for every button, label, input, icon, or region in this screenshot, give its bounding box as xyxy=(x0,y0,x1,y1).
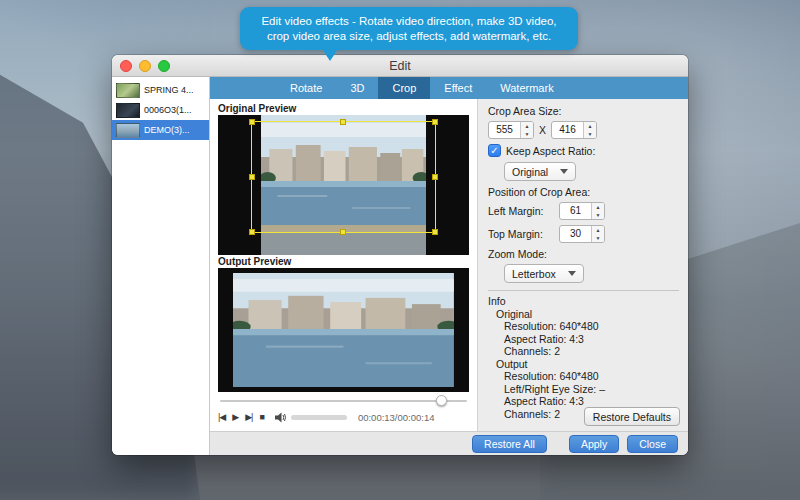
crop-settings-panel: Crop Area Size: 555 X 416 xyxy=(478,99,688,431)
keep-aspect-checkbox[interactable] xyxy=(488,144,501,157)
edit-tab-bar: Rotate 3D Crop Effect Watermark xyxy=(210,77,688,99)
video-list-item[interactable]: SPRING 4... xyxy=(112,80,209,100)
crop-width-value: 555 xyxy=(489,122,520,138)
original-preview-label: Original Preview xyxy=(218,102,469,115)
crop-handle[interactable] xyxy=(340,119,346,125)
tab-crop[interactable]: Crop xyxy=(378,77,430,99)
video-thumbnail xyxy=(116,123,140,138)
skip-forward-button[interactable]: ▶| xyxy=(245,412,252,422)
info-row: Aspect Ratio: 4:3 xyxy=(488,333,679,346)
apply-button[interactable]: Apply xyxy=(569,435,619,453)
tooltip-text: Edit video effects - Rotate video direct… xyxy=(261,15,556,42)
info-original-title: Original xyxy=(488,308,679,321)
volume-slider[interactable] xyxy=(291,415,347,420)
info-output-title: Output xyxy=(488,358,679,371)
info-row: Resolution: 640*480 xyxy=(488,320,679,333)
section-divider xyxy=(488,290,679,291)
top-margin-label: Top Margin: xyxy=(488,228,554,240)
crop-handle[interactable] xyxy=(340,229,346,235)
output-video-frame xyxy=(233,273,454,387)
restore-all-button[interactable]: Restore All xyxy=(472,435,547,453)
seek-bar[interactable] xyxy=(218,394,469,407)
crop-height-value: 416 xyxy=(552,122,583,138)
edit-window: Edit SPRING 4... 0006O3(1... DEMO(3)... … xyxy=(112,55,688,455)
info-original-rows: Resolution: 640*480 Aspect Ratio: 4:3 Ch… xyxy=(488,320,679,358)
restore-defaults-button[interactable]: Restore Defaults xyxy=(584,407,680,426)
crop-area-rectangle[interactable] xyxy=(251,121,437,233)
video-item-label: DEMO(3)... xyxy=(144,125,190,135)
crop-handle[interactable] xyxy=(432,229,438,235)
preview-column: Original Preview xyxy=(210,99,478,431)
chevron-down-icon xyxy=(568,271,576,276)
tab-watermark[interactable]: Watermark xyxy=(486,77,567,99)
tooltip-arrow xyxy=(322,49,338,61)
volume-icon[interactable] xyxy=(275,412,287,423)
info-row: Resolution: 640*480 xyxy=(488,370,679,383)
minimize-window-button[interactable] xyxy=(139,60,151,72)
top-margin-value: 30 xyxy=(560,226,591,242)
zoom-mode-value: Letterbox xyxy=(512,268,556,280)
zoom-window-button[interactable] xyxy=(158,60,170,72)
crop-area-size-label: Crop Area Size: xyxy=(488,105,679,117)
keep-aspect-label: Keep Aspect Ratio: xyxy=(506,145,595,157)
video-list-sidebar: SPRING 4... 0006O3(1... DEMO(3)... xyxy=(112,77,210,455)
stepper-arrows-icon[interactable] xyxy=(583,122,596,138)
left-margin-label: Left Margin: xyxy=(488,205,554,217)
video-list-item[interactable]: 0006O3(1... xyxy=(112,100,209,120)
output-preview-frame xyxy=(218,268,469,392)
crop-handle[interactable] xyxy=(432,119,438,125)
crop-handle[interactable] xyxy=(249,229,255,235)
video-item-label: SPRING 4... xyxy=(144,85,194,95)
original-preview-frame xyxy=(218,115,469,255)
info-row: Channels: 2 xyxy=(488,345,679,358)
stepper-arrows-icon[interactable] xyxy=(520,122,533,138)
footer-bar: Restore All Apply Close xyxy=(210,431,688,455)
tab-rotate[interactable]: Rotate xyxy=(276,77,336,99)
time-display: 00:00:13/00:00:14 xyxy=(358,412,435,423)
crop-width-stepper[interactable]: 555 xyxy=(488,121,534,139)
stepper-arrows-icon[interactable] xyxy=(591,226,604,242)
chevron-down-icon xyxy=(560,169,568,174)
video-thumbnail xyxy=(116,103,140,118)
tab-3d[interactable]: 3D xyxy=(336,77,378,99)
window-title: Edit xyxy=(389,59,411,73)
close-button[interactable]: Close xyxy=(627,435,678,453)
output-preview-label: Output Preview xyxy=(218,255,469,268)
left-margin-value: 61 xyxy=(560,203,591,219)
seek-track[interactable] xyxy=(220,400,467,402)
crop-handle[interactable] xyxy=(249,119,255,125)
skip-back-button[interactable]: |◀ xyxy=(218,412,225,422)
top-margin-stepper[interactable]: 30 xyxy=(559,225,605,243)
crop-height-stepper[interactable]: 416 xyxy=(551,121,597,139)
seek-handle[interactable] xyxy=(436,395,447,406)
playback-controls: |◀ ▶ ▶| ■ xyxy=(218,407,469,427)
info-title: Info xyxy=(488,295,679,308)
position-label: Position of Crop Area: xyxy=(488,186,679,198)
info-row: Left/Right Eye Size: – xyxy=(488,383,679,396)
stop-button[interactable]: ■ xyxy=(259,412,263,422)
aspect-ratio-value: Original xyxy=(512,166,548,178)
stepper-arrows-icon[interactable] xyxy=(591,203,604,219)
video-thumbnail xyxy=(116,83,140,98)
size-separator: X xyxy=(539,124,546,136)
video-item-label: 0006O3(1... xyxy=(144,105,192,115)
info-row: Aspect Ratio: 4:3 xyxy=(488,395,679,408)
play-button[interactable]: ▶ xyxy=(232,412,238,422)
tab-effect[interactable]: Effect xyxy=(430,77,486,99)
left-margin-stepper[interactable]: 61 xyxy=(559,202,605,220)
title-bar[interactable]: Edit xyxy=(112,55,688,77)
tooltip-callout: Edit video effects - Rotate video direct… xyxy=(240,7,578,50)
crop-handle[interactable] xyxy=(249,174,255,180)
zoom-mode-dropdown[interactable]: Letterbox xyxy=(504,264,584,283)
zoom-mode-label: Zoom Mode: xyxy=(488,248,679,260)
aspect-ratio-dropdown[interactable]: Original xyxy=(504,162,576,181)
close-window-button[interactable] xyxy=(120,60,132,72)
crop-handle[interactable] xyxy=(432,174,438,180)
video-list-item-selected[interactable]: DEMO(3)... xyxy=(112,120,209,140)
